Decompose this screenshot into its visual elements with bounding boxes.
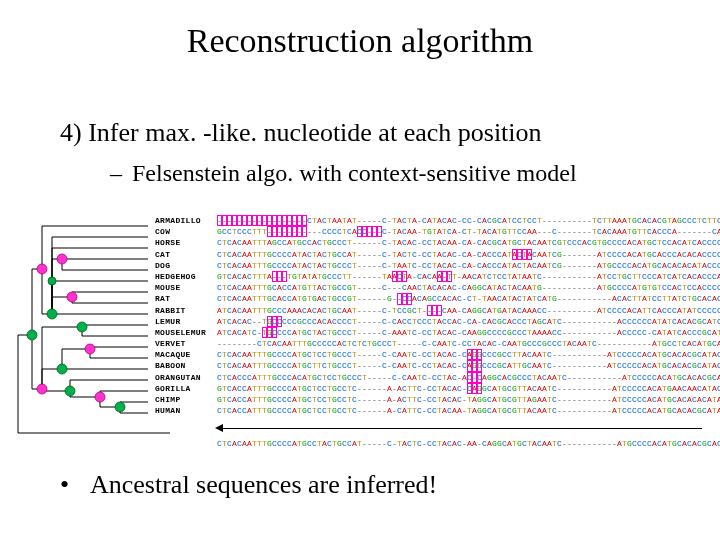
alignment-row: MOUSELEMURATCACATC-TGCCCCATGCTACTGCCCT--… [155,327,715,338]
species-label: MOUSE [155,282,217,293]
sequence: CTCACCATTTGCCCCATGCTCCTGCCTC------A-CATT… [217,405,720,416]
species-label: BABOON [155,360,217,371]
species-label: HUMAN [155,405,217,416]
alignment-row: RABBITATCACAATTTGCCCAAACACACTGCAAT-----C… [155,305,715,316]
sequence: CTCACAATTTGCCCCATACTACTGCCAT-----C-TACTC… [217,249,720,260]
alignment-row: MOUSECTCACAATTTGCACCATGTTACTGCCGT-----C-… [155,282,715,293]
tree-node-icon [77,322,87,332]
alignment-row: HORSECTCACAATTTAGCCATGCCACTGCCCT------C-… [155,237,715,248]
alignment-row: CATCTCACAATTTGCCCCATACTACTGCCAT-----C-TA… [155,249,715,260]
alignment-row: CHIMPGTCACCATTTGCCCCATGCTCCTGCCTC------A… [155,394,715,405]
alignment-figure: ARMADILLO------------------CTACTAATAT---… [10,215,710,445]
alignment-row: GORILLAGTCACCATTTGCCCCATGCTCCTGCCTC-----… [155,383,715,394]
alignment-row: DOGCTCACAATTTGCCCCATACTACTGCCCT-----C-TA… [155,260,715,271]
species-label: DOG [155,260,217,271]
bullet-text: Ancestral sequences are inferred! [90,470,437,499]
tree-node-icon [65,386,75,396]
alignment-row: HUMANCTCACCATTTGCCCCATGCTCCTGCCTC------A… [155,405,715,416]
tree-node-icon [37,384,47,394]
tree-node-icon [37,264,47,274]
species-label: COW [155,226,217,237]
sequence: ATCACAATTTGCCCAAACACACTGCAAT-----C-TCCGC… [217,305,720,316]
tree-node-icon [27,330,37,340]
inferred-ancestor-row: CTCACAATTTGCCCCATGCCTACTGCCAT-----C-TACT… [155,438,715,449]
sequence: CTCACAATTTGCCCCATGCTTCTGCCCT-----C-CAATC… [217,360,720,371]
tree-node-icon [67,292,77,302]
slide-title: Reconstruction algorithm [0,22,720,60]
species-label: CHIMP [155,394,217,405]
species-label: ARMADILLO [155,215,217,226]
tree-node-icon [85,344,95,354]
sequence: GTCACCATTTGCCCCATGCTCCTGCCTC------A-ACTT… [217,394,720,405]
alignment-row: ORANGUTANCTCACCCATTTGCCCACATGCTCCTGCCCT-… [155,372,715,383]
species-label: LEMUR [155,316,217,327]
body-bullet: •Ancestral sequences are inferred! [60,470,437,500]
sequence: CTCACAATTTGCCCCATACTACTGCCCT-----C-TAATC… [217,260,720,271]
sequence: GTCACACTTTA---TGTATATGCCCTT------TAACTA-… [217,271,720,282]
sequence: CTCACAATTTGCCCCATGCCTACTGCCAT-----C-TACT… [217,438,720,449]
sequence: --------CTCACAATTTGCCCCCACTCTCTGCCCT----… [217,338,720,349]
tree-node-icon [95,392,105,402]
phylogenetic-tree [10,219,150,439]
species-label: MACAQUE [155,349,217,360]
alignment-row: RATCTCACAATTTGCACCATGTGACTGCCGT------G--… [155,293,715,304]
alignment-row: LEMURATCACAC--TGCCCCCGCCCACACCCCT-----C-… [155,316,715,327]
sequence: CTCACCCATTTGCCCACATGCTCCTGCCCT-----C-CAA… [217,372,720,383]
alignment-row: VERVET--------CTCACAATTTGCCCCCACTCTCTGCC… [155,338,715,349]
species-label: MOUSELEMUR [155,327,217,338]
species-label: CAT [155,249,217,260]
alignment-row: ARMADILLO------------------CTACTAATAT---… [155,215,715,226]
body-point-4: 4) Infer max. -like. nucleotide at each … [60,118,542,148]
tree-node-icon [115,402,125,412]
arrow-line-icon [217,428,702,429]
subpoint-text: Felsenstein algo. with context-sensitive… [132,160,577,186]
sequence: GTCACCATTTGCCCCATGCTCCTGCCTC------A-ACTT… [217,383,720,394]
species-label: HEDGEHOG [155,271,217,282]
sequence: ATCACAC--TGCCCCCGCCCACACCCCT-----C-CACCT… [217,316,720,327]
species-label: RAT [155,293,217,304]
sequence: CTCACAATTTGCCCCATGCTCCTGCCCT-----C-CAATC… [217,349,720,360]
alignment-row: COWGCCTCCCTTT-----------CCCCTCACC---C-TA… [155,226,715,237]
tree-node-icon [47,309,57,319]
dash-bullet: – [110,160,132,187]
body-subpoint: –Felsenstein algo. with context-sensitiv… [110,160,577,187]
species-label: ORANGUTAN [155,372,217,383]
alignment-row: BABOONCTCACAATTTGCCCCATGCTTCTGCCCT-----C… [155,360,715,371]
tree-node-icon [57,364,67,374]
sequence: CTCACAATTTAGCCATGCCACTGCCCT------C-TACAC… [217,237,720,248]
tree-node-icon [48,277,56,285]
alignment-row: HEDGEHOGGTCACACTTTA---TGTATATGCCCTT-----… [155,271,715,282]
sequence: ATCACATC-TGCCCCATGCTACTGCCCT-----C-AAATC… [217,327,720,338]
sequence: GCCTCCCTTT-----------CCCCTCACC---C-TACAA… [217,226,720,237]
inference-arrow [155,422,715,436]
sequence: CTCACAATTTGCACCATGTGACTGCCGT------G--CCA… [217,293,720,304]
sequence: ------------------CTACTAATAT-----C-TACTA… [217,215,720,226]
species-label: HORSE [155,237,217,248]
species-label: VERVET [155,338,217,349]
bullet-dot-icon: • [60,470,90,500]
sequence-alignment: ARMADILLO------------------CTACTAATAT---… [155,215,715,450]
alignment-row: MACAQUECTCACAATTTGCCCCATGCTCCTGCCCT-----… [155,349,715,360]
species-label: GORILLA [155,383,217,394]
sequence: CTCACAATTTGCACCATGTTACTGCCGT-----C---CAA… [217,282,720,293]
tree-node-icon [57,254,67,264]
species-label: RABBIT [155,305,217,316]
